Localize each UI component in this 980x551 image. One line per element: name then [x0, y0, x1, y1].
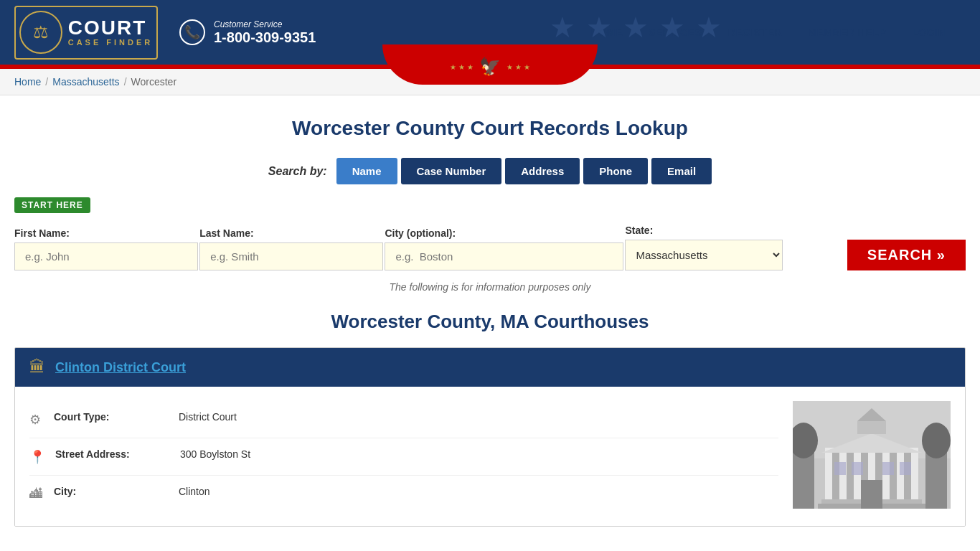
- court-card-body: ⚙ Court Type: District Court 📍 Street Ad…: [15, 387, 965, 526]
- breadcrumb-current: Worcester: [131, 76, 177, 88]
- court-name-link[interactable]: Clinton District Court: [55, 360, 186, 375]
- svg-rect-20: [852, 462, 863, 475]
- svg-rect-19: [834, 462, 846, 475]
- phone-text-block: Customer Service 1-800-309-9351: [214, 19, 316, 46]
- state-label: State:: [625, 225, 845, 236]
- star-icon-1: ★: [550, 11, 575, 44]
- red-arc: ★ ★ ★ 🦅 ★ ★ ★: [382, 44, 598, 85]
- nav-register[interactable]: REGISTER: [715, 21, 796, 44]
- search-tab-email[interactable]: Email: [651, 158, 712, 184]
- disclaimer-text: The following is for information purpose…: [14, 281, 966, 293]
- court-building-svg: [793, 401, 951, 509]
- last-name-input[interactable]: [199, 242, 383, 270]
- svg-rect-18: [861, 480, 882, 509]
- breadcrumb-sep-2: /: [124, 76, 127, 88]
- eagle-icon: 🦅: [479, 57, 501, 77]
- nav-login[interactable]: LOGIN: [899, 21, 958, 44]
- courthouses-section-title: Worcester County, MA Courthouses: [14, 311, 966, 333]
- city-input[interactable]: [385, 242, 623, 270]
- star-icon-3: ★: [623, 11, 649, 44]
- first-name-input[interactable]: [14, 242, 198, 270]
- court-type-label: Court Type:: [54, 411, 169, 423]
- court-city-row: 🏙 City: Clinton: [29, 476, 778, 512]
- state-select[interactable]: Massachusetts AlabamaAlaskaArizona Arkan…: [625, 240, 783, 270]
- state-field-group: State: Massachusetts AlabamaAlaskaArizon…: [625, 225, 845, 270]
- first-name-label: First Name:: [14, 227, 198, 239]
- svg-rect-8: [847, 453, 854, 499]
- court-card-clinton: 🏛 Clinton District Court ⚙ Court Type: D…: [14, 347, 966, 527]
- eagle-emblem: ★ ★ ★ 🦅 ★ ★ ★: [450, 57, 529, 77]
- svg-rect-14: [857, 421, 886, 434]
- svg-rect-21: [882, 462, 894, 475]
- search-tab-phone[interactable]: Phone: [583, 158, 648, 184]
- svg-rect-22: [900, 462, 911, 475]
- last-name-field-group: Last Name:: [199, 227, 383, 270]
- courthouse-icon: 🏛: [29, 358, 45, 377]
- breadcrumb-sep-1: /: [45, 76, 48, 88]
- phone-label: Customer Service: [214, 19, 316, 29]
- court-city-label: City:: [54, 486, 169, 497]
- search-by-row: Search by: Name Case Number Address Phon…: [14, 158, 966, 184]
- search-tab-name[interactable]: Name: [336, 158, 397, 184]
- location-icon: 📍: [29, 449, 45, 465]
- court-street-value: 300 Boylston St: [180, 448, 250, 460]
- start-here-container: START HERE: [14, 197, 966, 219]
- search-by-label: Search by:: [268, 165, 327, 178]
- nav-member-help[interactable]: MEMBER HELP: [795, 21, 899, 44]
- header-arc-decoration: ★ ★ ★ 🦅 ★ ★ ★: [382, 44, 598, 85]
- start-here-badge: START HERE: [14, 197, 90, 213]
- court-info-details: ⚙ Court Type: District Court 📍 Street Ad…: [29, 401, 778, 512]
- last-name-label: Last Name:: [199, 227, 383, 239]
- svg-rect-7: [832, 453, 839, 499]
- logo-text: COURT CASE FINDER: [68, 18, 154, 47]
- court-type-value: District Court: [179, 411, 237, 423]
- city-label: City (optional):: [385, 227, 623, 239]
- city-field-group: City (optional):: [385, 227, 623, 270]
- stars-right: ★ ★ ★: [507, 63, 530, 71]
- logo-emblem-icon: ⚖: [19, 11, 62, 54]
- phone-icon: 📞: [179, 19, 205, 45]
- phone-number: 1-800-309-9351: [214, 29, 316, 46]
- search-tab-case-number[interactable]: Case Number: [401, 158, 502, 184]
- page-title: Worcester County Court Records Lookup: [14, 117, 966, 140]
- court-city-value: Clinton: [179, 486, 210, 497]
- customer-service-phone: 📞 Customer Service 1-800-309-9351: [179, 19, 316, 46]
- star-icon-2: ★: [586, 11, 612, 44]
- breadcrumb-state[interactable]: Massachusetts: [52, 76, 119, 88]
- city-icon: 🏙: [29, 486, 44, 501]
- logo-casefinder-text: CASE FINDER: [68, 38, 154, 47]
- court-type-row: ⚙ Court Type: District Court: [29, 401, 778, 438]
- court-street-label: Street Address:: [55, 448, 170, 460]
- svg-rect-11: [890, 453, 897, 499]
- court-card-header: 🏛 Clinton District Court: [15, 348, 965, 387]
- stars-left: ★ ★ ★: [450, 63, 473, 71]
- logo-court-text: COURT: [68, 18, 147, 38]
- breadcrumb-home[interactable]: Home: [14, 76, 41, 88]
- svg-point-5: [922, 423, 951, 458]
- court-building-image: [793, 401, 951, 509]
- svg-rect-12: [904, 453, 911, 499]
- court-street-row: 📍 Street Address: 300 Boylston St: [29, 438, 778, 476]
- court-type-icon: ⚙: [29, 412, 44, 428]
- search-tab-address[interactable]: Address: [505, 158, 580, 184]
- star-icon-4: ★: [659, 11, 685, 44]
- star-icon-5: ★: [696, 11, 722, 44]
- site-header: ★ ★ ★ ★ ★ ⚖ COURT CASE FINDER 📞 Customer…: [0, 0, 980, 65]
- first-name-field-group: First Name:: [14, 227, 198, 270]
- site-logo[interactable]: ⚖ COURT CASE FINDER: [14, 6, 158, 60]
- search-button[interactable]: SEARCH »: [847, 240, 966, 270]
- main-content: Worcester County Court Records Lookup Se…: [0, 95, 980, 551]
- search-fields-row: First Name: Last Name: City (optional): …: [14, 225, 966, 270]
